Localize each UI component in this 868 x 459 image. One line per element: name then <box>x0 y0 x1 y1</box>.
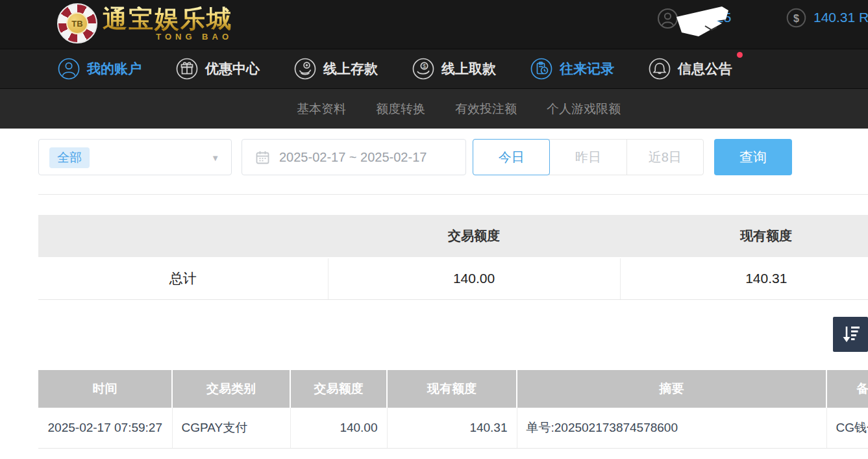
cell-summary: 单号:202502173874578600 <box>517 408 826 448</box>
summary-header-empty <box>38 215 328 258</box>
yesterday-button[interactable]: 昨日 <box>549 140 626 175</box>
summary-header-trade-amount: 交易额度 <box>328 215 620 258</box>
nav-label: 优惠中心 <box>205 60 260 78</box>
gift-icon <box>175 57 199 81</box>
subnav-item-credit-transfer[interactable]: 额度转换 <box>376 101 425 118</box>
summary-table: 交易额度 现有额度 总计 140.00 140.31 <box>38 215 868 300</box>
date-range-value: 2025-02-17 ~ 2025-02-17 <box>279 150 427 165</box>
quick-date-button-group: 今日 昨日 近8日 <box>473 139 704 175</box>
date-range-input[interactable]: 2025-02-17 ~ 2025-02-17 <box>242 139 466 175</box>
site-subtitle: TONG BAO <box>103 32 232 41</box>
cell-type: CGPAY支付 <box>172 408 290 448</box>
nav-label: 线上存款 <box>323 60 378 78</box>
svg-text:$: $ <box>793 13 799 24</box>
nav-label: 信息公告 <box>678 60 732 78</box>
nav-item-transaction-records[interactable]: 往来记录 <box>530 57 614 81</box>
cell-remark: CG钱包 <box>826 408 868 448</box>
cell-amount: 140.00 <box>290 408 387 448</box>
header-amount: 交易额度 <box>290 370 387 408</box>
sort-descending-button[interactable] <box>833 317 868 352</box>
nav-item-my-account[interactable]: 我的账户 <box>57 57 142 81</box>
username-redaction-scribble <box>675 5 738 40</box>
transaction-type-select[interactable]: 全部 ▼ <box>38 139 232 175</box>
today-button[interactable]: 今日 <box>473 139 550 175</box>
svg-text:$: $ <box>423 63 426 69</box>
dollar-icon: $ <box>786 8 806 31</box>
calendar-icon <box>255 150 270 165</box>
header-remark: 备注 <box>826 370 868 408</box>
cell-time: 2025-02-17 07:59:27 <box>38 408 172 448</box>
site-title: 通宝娱乐城 <box>103 6 232 31</box>
last-8-days-button[interactable]: 近8日 <box>626 140 703 175</box>
summary-total-balance: 140.31 <box>620 258 868 299</box>
main-navigation: 我的账户 优惠中心 线上存款 $ 线上取款 <box>0 49 868 89</box>
header-time: 时间 <box>38 370 172 408</box>
withdraw-icon: $ <box>412 57 435 81</box>
deposit-icon <box>293 57 317 81</box>
selected-type-chip[interactable]: 全部 <box>49 147 90 168</box>
nav-label: 我的账户 <box>87 60 142 78</box>
casino-chip-icon: TB <box>57 3 97 43</box>
summary-header-balance: 现有额度 <box>620 215 868 258</box>
nav-item-announcements[interactable]: 信息公告 <box>648 57 732 81</box>
query-button[interactable]: 查询 <box>714 139 792 175</box>
top-bar: TB 通宝娱乐城 TONG BAO 25 $ 140.31 RMB <box>0 0 868 49</box>
subnav-item-valid-bets[interactable]: 有效投注额 <box>455 101 517 118</box>
summary-total-label: 总计 <box>38 258 328 299</box>
subnav-item-basic-info[interactable]: 基本资料 <box>297 101 346 118</box>
sort-descending-icon <box>839 323 862 345</box>
nav-item-deposit[interactable]: 线上存款 <box>293 57 378 81</box>
bell-icon <box>648 57 671 81</box>
user-icon <box>57 57 81 81</box>
notification-dot <box>737 52 743 58</box>
balance-amount: 140.31 RMB <box>813 10 868 25</box>
transaction-row: 2025-02-17 07:59:27 CGPAY支付 140.00 140.3… <box>38 408 868 448</box>
chevron-down-icon: ▼ <box>211 153 219 163</box>
transactions-header-row: 时间 交易类别 交易额度 现有额度 摘要 备注 <box>38 370 868 408</box>
section-divider <box>38 194 868 195</box>
summary-total-row: 总计 140.00 140.31 <box>38 258 868 299</box>
records-icon <box>530 57 553 81</box>
chip-monogram: TB <box>66 12 88 34</box>
nav-label: 往来记录 <box>560 60 614 78</box>
subnav-item-game-limits[interactable]: 个人游戏限额 <box>547 101 621 118</box>
header-type: 交易类别 <box>172 370 290 408</box>
transactions-table: 时间 交易类别 交易额度 现有额度 摘要 备注 2025-02-17 07:59… <box>38 370 868 449</box>
balance-currency: RMB <box>859 10 868 25</box>
site-logo[interactable]: TB 通宝娱乐城 TONG BAO <box>57 3 232 43</box>
nav-label: 线上取款 <box>441 60 496 78</box>
cell-balance: 140.31 <box>387 408 517 448</box>
summary-header-row: 交易额度 现有额度 <box>38 215 868 258</box>
summary-total-trade-amount: 140.00 <box>328 258 620 299</box>
header-summary: 摘要 <box>517 370 826 408</box>
header-balance: 现有额度 <box>387 370 517 408</box>
nav-item-withdraw[interactable]: $ 线上取款 <box>412 57 496 81</box>
account-subnav: 基本资料 额度转换 有效投注额 个人游戏限额 <box>0 89 868 129</box>
nav-item-promotions[interactable]: 优惠中心 <box>175 57 260 81</box>
